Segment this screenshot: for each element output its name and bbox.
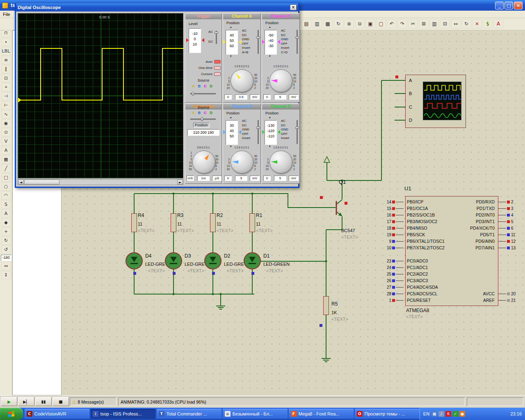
ic-pin-right[interactable]: PD5/T1 11 (436, 232, 521, 237)
bus-mode-icon[interactable]: ∥ (1, 65, 11, 73)
ic-pin-right[interactable]: PD3/INT1 5 (436, 219, 521, 224)
ic-pin-right[interactable]: PD1/TXD 3 (436, 206, 521, 211)
ic-pin-left[interactable]: 23 PC0/ADC0 (381, 258, 428, 263)
close-button[interactable]: × (514, 2, 523, 9)
ic-pin-right[interactable]: PD7/AIN1 13 (436, 245, 521, 250)
trigger-level-wheel[interactable]: -10 0 10 (189, 28, 201, 53)
source-slider[interactable] (190, 93, 216, 94)
ic-pin-left[interactable]: 19 PB5/SCK (381, 232, 425, 237)
ic-pin-left[interactable]: 9 PB6/XTAL1/TOSC1 (381, 239, 445, 244)
volts-per-div-knob[interactable] (231, 69, 253, 92)
step-button[interactable]: ▶▏ (18, 397, 34, 406)
ac-label[interactable]: AC (208, 30, 213, 34)
rotation-angle-field[interactable]: -180 (1, 255, 11, 261)
position-wheel[interactable]: 30 40 50 (226, 120, 238, 145)
device-pins-icon[interactable]: ⊢ (1, 101, 11, 110)
ic-pin-right[interactable]: PD2/INT0 4 (436, 212, 521, 217)
position-wheel[interactable]: 40 50 60 (226, 30, 238, 55)
coupling-slider-thumb[interactable] (295, 37, 299, 39)
source-channel-letter[interactable]: A (192, 111, 195, 115)
play-button[interactable]: ▶ (1, 397, 17, 406)
messages-box[interactable]: ⚠ 8 Message(s) (70, 397, 116, 406)
maximize-button[interactable]: □ (504, 2, 513, 9)
paste-icon[interactable]: ▥ (429, 19, 439, 28)
ic-pin-left[interactable]: 14 PB0/ICP (381, 199, 423, 204)
wheel-up-icon[interactable]: ▴ (269, 116, 271, 119)
source-channel-letter[interactable]: D (210, 111, 213, 115)
shield-icon[interactable]: ✓ (452, 411, 458, 417)
redraw-icon[interactable]: ↻ (333, 19, 343, 28)
wheel-down-icon[interactable]: ▾ (269, 55, 271, 58)
trigger-mode-button[interactable] (214, 72, 221, 76)
source-slider-thumb[interactable] (192, 92, 194, 96)
ic-pin-left[interactable]: 1 PC6/RESET (381, 298, 431, 303)
taskbar-task[interactable]: C CodeVisionAVR (25, 409, 89, 419)
volts-per-div-knob[interactable] (269, 151, 292, 173)
minimize-button[interactable]: _ (495, 2, 504, 9)
coupling-slider[interactable] (297, 120, 298, 144)
mirror-vertical-icon[interactable]: ↕ (1, 271, 11, 279)
2d-symbol-icon[interactable]: ◆ (1, 218, 11, 227)
instant-edit-icon[interactable]: ⌖ (1, 83, 11, 91)
menu-file[interactable]: File (0, 11, 13, 17)
2d-text-icon[interactable]: A (1, 209, 11, 218)
source-channel-letter[interactable]: B (198, 84, 201, 88)
display-settings-icon[interactable]: ▦ (431, 411, 437, 417)
oscilloscope-titlebar[interactable]: Digital Oscilloscope × (16, 3, 298, 11)
coupling-slider[interactable] (258, 120, 259, 144)
ic-pin-left[interactable]: 28 PC5/ADC5/SCL (381, 291, 438, 296)
block-rotate-icon[interactable]: ↻ (461, 19, 471, 28)
ic-pin-right[interactable]: PD4/XCK/T0 6 (436, 226, 521, 231)
ares-icon[interactable]: A (493, 19, 503, 28)
coupling-slider[interactable] (258, 30, 259, 54)
language-indicator[interactable]: EN (423, 411, 429, 416)
coupling-mode-labels[interactable]: AC DC GND OFF Invert A+B (242, 29, 250, 55)
wheel-up-icon[interactable]: ▴ (230, 116, 232, 119)
volts-per-div-knob[interactable] (269, 69, 292, 92)
ic-pin-left[interactable]: 27 PC4/ADC4/SDA (381, 285, 438, 290)
coupling-slider-thumb[interactable] (295, 127, 299, 129)
ic-pin-right[interactable]: AVCC 20 (436, 291, 521, 296)
screen-scrollbar[interactable]: ◄ ► (18, 179, 183, 185)
pause-button[interactable]: ▮▮ (35, 397, 52, 406)
trigger-mode-button[interactable] (214, 60, 221, 64)
ic-pin-left[interactable]: 25 PC2/ADC2 (381, 272, 428, 276)
coupling-mode-labels[interactable]: AC DC GND OFF Invert (242, 119, 250, 141)
zoom-all-icon[interactable]: ▣ (365, 19, 375, 28)
markers-icon[interactable]: + (1, 227, 11, 236)
ic-pin-right[interactable]: AREF 21 (436, 298, 521, 303)
block-copy-icon[interactable]: ⊟ (440, 19, 450, 28)
cut-icon[interactable]: ✂ (408, 19, 418, 28)
save-file-icon[interactable]: ▦ (323, 19, 333, 28)
2d-circle-icon[interactable]: ○ (1, 182, 11, 191)
ic-pin-right[interactable]: PD0/RXD 2 (436, 199, 521, 204)
volume-icon[interactable]: ♪ (438, 411, 444, 417)
source-channel-letter[interactable]: D (210, 84, 213, 88)
tape-recorder-icon[interactable]: ◉ (1, 119, 11, 128)
ic-pin-left[interactable]: 15 PB1/OC1A (381, 206, 428, 211)
source-slider-thumb[interactable] (201, 117, 203, 121)
block-delete-icon[interactable]: × (472, 19, 482, 28)
oscilloscope-part[interactable]: A B C D (405, 75, 466, 128)
block-move-icon[interactable]: ↔ (451, 19, 461, 28)
wheel-down-icon[interactable]: ▾ (230, 55, 232, 58)
ic-pin-left[interactable]: 10 PB7/XTAL2/TOSC2 (381, 245, 445, 250)
wheel-up-icon[interactable]: ▴ (269, 25, 271, 29)
coupling-slider[interactable] (297, 30, 298, 54)
mirror-horizontal-icon[interactable]: ↔ (1, 262, 11, 270)
ic-ref[interactable]: U1 (404, 185, 411, 192)
oscilloscope-close-icon[interactable]: × (290, 5, 297, 10)
edit-properties-icon[interactable]: $ (483, 19, 493, 28)
ic-pin-left[interactable]: 17 PB3/MOSI/OC2 (381, 219, 437, 224)
virtual-instruments-icon[interactable]: ▦ (1, 155, 11, 164)
copy-icon[interactable]: ⊞ (419, 19, 429, 28)
2d-arc-icon[interactable]: ◠ (1, 191, 11, 200)
horizontal-position-wheel[interactable]: 210 200 190 (187, 129, 219, 136)
zoom-in-icon[interactable]: ⊕ (344, 19, 354, 28)
source-channel-letter[interactable]: C (204, 111, 207, 115)
current-probe-icon[interactable]: A (1, 146, 11, 155)
antivirus-icon[interactable]: K (445, 411, 451, 417)
undo-icon[interactable]: ↶ (387, 19, 397, 28)
coupling-mode-labels[interactable]: AC DC GND OFF Invert C+D (281, 29, 289, 55)
stop-button[interactable]: ■ (52, 397, 69, 406)
